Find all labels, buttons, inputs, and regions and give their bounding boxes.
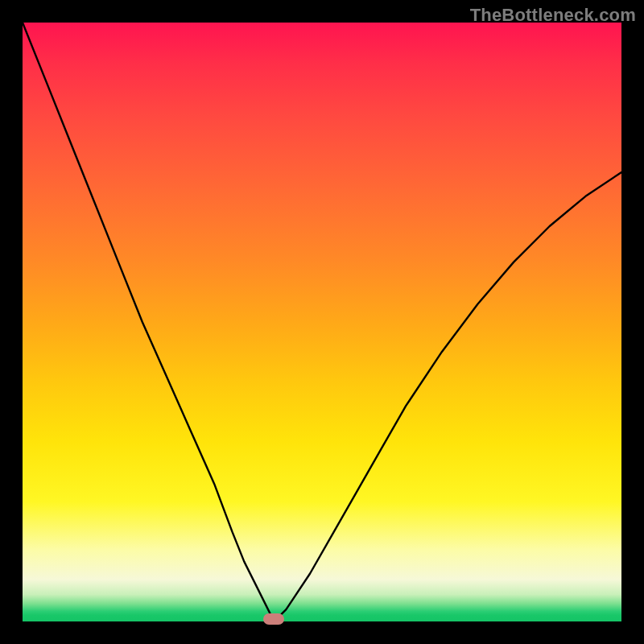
optimal-point-marker <box>263 613 284 625</box>
bottleneck-curve <box>23 23 621 621</box>
plot-area <box>23 23 621 621</box>
curve-path <box>23 23 621 621</box>
chart-frame: TheBottleneck.com <box>0 0 644 644</box>
